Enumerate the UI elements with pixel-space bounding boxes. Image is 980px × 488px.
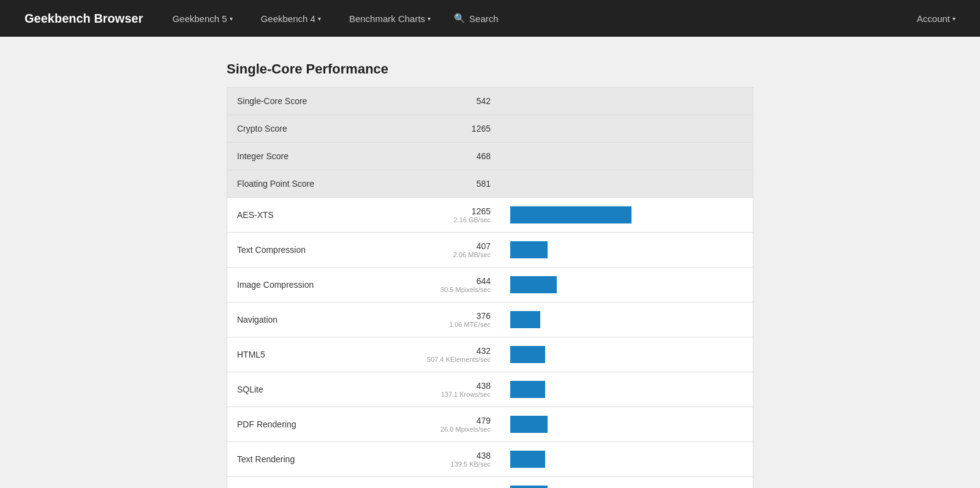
row-name: Crypto Score (227, 115, 416, 143)
row-name: Navigation (227, 302, 416, 337)
row-name: Image Compression (227, 268, 416, 302)
row-bar (500, 143, 753, 170)
chevron-down-icon: ▾ (952, 15, 956, 22)
row-score: 448 (416, 477, 500, 489)
row-unit: 26.0 Mpixels/sec (426, 426, 491, 433)
bar-inner (510, 206, 631, 223)
row-unit: 2.16 GB/sec (426, 216, 491, 223)
row-score: 1265 2.16 GB/sec (416, 198, 500, 233)
nav-geekbench5[interactable]: Geekbench 5 ▾ (167, 11, 237, 26)
row-unit: 30.5 Mpixels/sec (426, 286, 491, 293)
bar-inner (510, 451, 545, 468)
chevron-down-icon: ▾ (318, 15, 321, 22)
search-button[interactable]: 🔍 Search (454, 13, 499, 24)
bar-outer (510, 311, 743, 328)
table-row: Clang 448 (227, 477, 753, 489)
bar-outer (510, 451, 743, 468)
account-menu[interactable]: Account ▾ (917, 13, 956, 24)
row-name: SQLite (227, 372, 416, 407)
table-row: Floating Point Score 581 (227, 170, 753, 198)
table-row: Single-Core Score 542 (227, 88, 753, 115)
nav-geekbench4-label: Geekbench 4 (261, 13, 315, 24)
row-unit: 137.1 Krows/sec (426, 391, 491, 398)
chevron-down-icon: ▾ (230, 15, 233, 22)
row-name: Single-Core Score (227, 88, 416, 115)
row-name: Text Rendering (227, 442, 416, 477)
search-label: Search (469, 13, 499, 24)
row-score: 438 139.5 KB/sec (416, 442, 500, 477)
table-row: Text Rendering 438 139.5 KB/sec (227, 442, 753, 477)
bar-outer (510, 206, 743, 223)
bar-inner (510, 241, 548, 258)
bar-outer (510, 416, 743, 433)
nav-geekbench4[interactable]: Geekbench 4 ▾ (256, 11, 326, 26)
row-name: PDF Rendering (227, 407, 416, 442)
row-score: 432 507.4 KElements/sec (416, 337, 500, 372)
row-score: 581 (416, 170, 500, 198)
row-bar (500, 170, 753, 198)
row-score: 407 2.06 MB/sec (416, 233, 500, 268)
row-bar (500, 115, 753, 143)
row-name: Floating Point Score (227, 170, 416, 198)
table-row: Integer Score 468 (227, 143, 753, 170)
row-bar (500, 268, 753, 302)
row-bar (500, 233, 753, 268)
row-unit: 1.06 MTE/sec (426, 321, 491, 328)
row-name: Text Compression (227, 233, 416, 268)
search-icon: 🔍 (454, 13, 466, 24)
row-score: 1265 (416, 115, 500, 143)
bar-inner (510, 346, 545, 363)
row-score: 479 26.0 Mpixels/sec (416, 407, 500, 442)
section-title: Single-Core Performance (227, 61, 753, 77)
bar-inner (510, 276, 557, 293)
row-bar (500, 302, 753, 337)
bar-inner (510, 416, 548, 433)
row-bar (500, 337, 753, 372)
row-bar (500, 198, 753, 233)
row-bar (500, 372, 753, 407)
bar-inner (510, 311, 540, 328)
row-unit: 2.06 MB/sec (426, 251, 491, 258)
row-name: Clang (227, 477, 416, 489)
row-score: 468 (416, 143, 500, 170)
row-score: 542 (416, 88, 500, 115)
table-row: Text Compression 407 2.06 MB/sec (227, 233, 753, 268)
row-unit: 139.5 KB/sec (426, 460, 491, 468)
bar-outer (510, 381, 743, 398)
row-bar (500, 477, 753, 489)
row-score: 438 137.1 Krows/sec (416, 372, 500, 407)
row-unit: 507.4 KElements/sec (426, 356, 491, 363)
bar-outer (510, 346, 743, 363)
table-row: Crypto Score 1265 (227, 115, 753, 143)
bar-inner (510, 486, 548, 488)
table-row: SQLite 438 137.1 Krows/sec (227, 372, 753, 407)
nav-benchmark-charts[interactable]: Benchmark Charts ▾ (344, 11, 435, 26)
table-row: AES-XTS 1265 2.16 GB/sec (227, 198, 753, 233)
main-content: Single-Core Performance Single-Core Scor… (214, 61, 766, 488)
table-row: PDF Rendering 479 26.0 Mpixels/sec (227, 407, 753, 442)
nav-geekbench5-label: Geekbench 5 (172, 13, 227, 24)
chevron-down-icon: ▾ (428, 15, 431, 22)
row-bar (500, 88, 753, 115)
row-score: 644 30.5 Mpixels/sec (416, 268, 500, 302)
table-row: Navigation 376 1.06 MTE/sec (227, 302, 753, 337)
row-bar (500, 407, 753, 442)
nav-benchmark-charts-label: Benchmark Charts (349, 13, 425, 24)
row-name: HTML5 (227, 337, 416, 372)
bar-outer (510, 486, 743, 488)
row-score: 376 1.06 MTE/sec (416, 302, 500, 337)
bar-outer (510, 276, 743, 293)
row-bar (500, 442, 753, 477)
benchmark-table: Single-Core Score 542 Crypto Score 1265 … (227, 87, 753, 488)
brand-title: Geekbench Browser (24, 12, 143, 26)
row-name: AES-XTS (227, 198, 416, 233)
row-name: Integer Score (227, 143, 416, 170)
bar-inner (510, 381, 545, 398)
table-row: Image Compression 644 30.5 Mpixels/sec (227, 268, 753, 302)
bar-outer (510, 241, 743, 258)
navbar: Geekbench Browser Geekbench 5 ▾ Geekbenc… (0, 0, 980, 37)
table-row: HTML5 432 507.4 KElements/sec (227, 337, 753, 372)
account-label: Account (917, 13, 950, 24)
